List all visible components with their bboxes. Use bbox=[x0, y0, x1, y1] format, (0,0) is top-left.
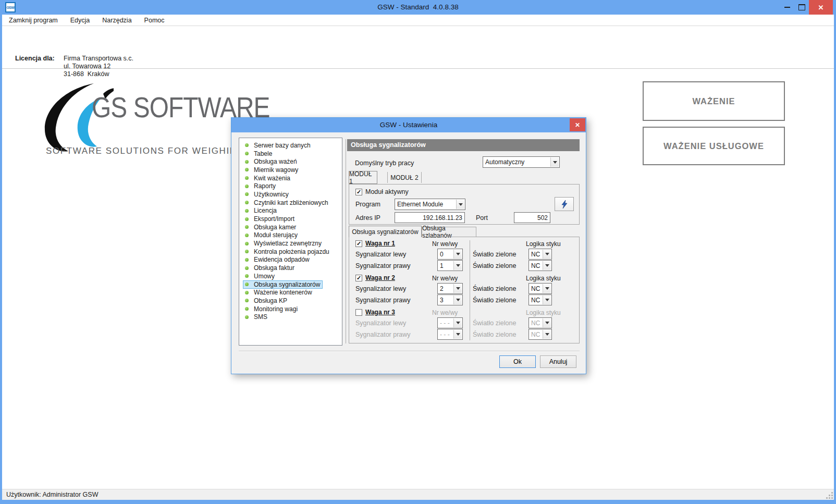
scale-1-left-io-select[interactable]: 0 bbox=[437, 249, 463, 260]
scale-2-right-io-select[interactable]: 3 bbox=[437, 294, 463, 305]
sidebar-item-wazenie-kontenerow[interactable]: Ważenie kontenerów bbox=[239, 288, 342, 297]
window-titlebar[interactable]: GSW GSW - Standard 4.0.8.38 ✕ bbox=[0, 0, 836, 15]
green-dot-icon bbox=[245, 266, 249, 270]
menu-pomoc[interactable]: Pomoc bbox=[144, 17, 165, 24]
connect-lightning-icon bbox=[561, 200, 568, 208]
scale-3-left-io-select[interactable]: - - - bbox=[437, 317, 463, 328]
license-line: ul. Towarowa 12 bbox=[64, 63, 110, 70]
sidebar-item-obsluga-kamer[interactable]: Obsługa kamer bbox=[239, 223, 342, 231]
green-dot-icon bbox=[245, 160, 249, 164]
dialog-close-button[interactable]: ✕ bbox=[570, 118, 585, 131]
col-logic-header: Logika styku bbox=[526, 240, 561, 248]
wazenie-uslugowe-button[interactable]: WAŻENIE USŁUGOWE bbox=[643, 127, 785, 165]
sidebar-item-czytniki-kart[interactable]: Czytniki kart zbliżeniowych bbox=[239, 199, 342, 207]
scale-2-left-logic-select[interactable]: NC bbox=[528, 283, 552, 294]
sidebar-item-monitoring-wagi[interactable]: Monitoring wagi bbox=[239, 305, 342, 313]
green-dot-icon bbox=[245, 217, 249, 221]
port-label: Port bbox=[476, 214, 488, 222]
sidebar-item-miernik-wagowy[interactable]: Miernik wagowy bbox=[239, 166, 342, 174]
scale-2-left-io-select[interactable]: 2 bbox=[437, 283, 463, 294]
license-label: Licencja dla: bbox=[15, 55, 55, 62]
tab-modul-2[interactable]: MODUŁ 2 bbox=[387, 172, 422, 183]
tab-obsluga-sygnalizatorow[interactable]: Obsługa sygnalizatorów bbox=[349, 226, 422, 237]
module-active-label: Moduł aktywny bbox=[365, 188, 409, 195]
panel-header: Obsługa sygnalizatorów bbox=[347, 139, 580, 151]
scale-3-right-logic-select[interactable]: NC bbox=[528, 329, 552, 340]
signals-panel: ✓ Waga nr 1 Nr we/wy Logika styku Sygnal… bbox=[349, 237, 580, 343]
sidebar-item-licencja[interactable]: Licencja bbox=[239, 207, 342, 215]
sidebar-item-umowy[interactable]: Umowy bbox=[239, 272, 342, 280]
menu-edycja[interactable]: Edycja bbox=[70, 17, 90, 24]
menu-narzedzia[interactable]: Narzędzia bbox=[102, 17, 131, 24]
close-button[interactable]: ✕ bbox=[809, 0, 833, 15]
window-border-left bbox=[0, 15, 2, 504]
sidebar-item-wyswietlacz-zewnetrzny[interactable]: Wyświetlacz zewnętrzny bbox=[239, 239, 342, 248]
dialog-titlebar[interactable]: GSW - Ustawienia bbox=[231, 118, 586, 132]
company-logo: GS SOFTWARE SOFTWARE SOLUTIONS FOR WEIGH… bbox=[35, 82, 254, 161]
signal-left-label: Sygnalizator lewy bbox=[355, 319, 406, 327]
close-icon: ✕ bbox=[818, 4, 824, 11]
port-field[interactable]: 502 bbox=[514, 212, 550, 223]
menu-zamknij-program[interactable]: Zamknij program bbox=[9, 17, 58, 24]
minimize-button[interactable] bbox=[780, 0, 794, 15]
sidebar-item-obsluga-faktur[interactable]: Obsługa faktur bbox=[239, 264, 342, 272]
check-icon: ✓ bbox=[356, 189, 361, 195]
tab-obsluga-szlabanow[interactable]: Obsługa szlabanów bbox=[422, 227, 476, 237]
check-icon: ✓ bbox=[356, 275, 361, 281]
sidebar-item-serwer-bazy-danych[interactable]: Serwer bazy danych bbox=[239, 141, 342, 150]
cancel-button[interactable]: Anuluj bbox=[540, 355, 576, 368]
chevron-down-icon bbox=[543, 284, 551, 293]
sidebar-item-kwit-wazenia[interactable]: Kwit ważenia bbox=[239, 174, 342, 182]
ip-field[interactable]: 192.168.11.23 bbox=[395, 212, 465, 223]
green-dot-icon bbox=[245, 185, 249, 188]
sidebar-item-ewidencja-odpadow[interactable]: Ewidencja odpadów bbox=[239, 256, 342, 264]
maximize-button[interactable] bbox=[794, 0, 809, 15]
green-dot-icon bbox=[245, 299, 249, 302]
test-connection-button[interactable] bbox=[555, 197, 574, 211]
scale-1-right-io-select[interactable]: 1 bbox=[437, 260, 463, 271]
scale-1-left-logic-select[interactable]: NC bbox=[528, 249, 552, 260]
green-dot-icon bbox=[245, 225, 249, 229]
scale-2-right-logic-select[interactable]: NC bbox=[528, 294, 552, 305]
chevron-down-icon bbox=[453, 330, 462, 339]
green-dot-icon bbox=[245, 242, 249, 245]
sidebar-item-obsluga-wazen[interactable]: Obsługa ważeń bbox=[239, 157, 342, 166]
scale-2-checkbox[interactable]: ✓ bbox=[355, 275, 362, 281]
scale-1-right-logic-select[interactable]: NC bbox=[528, 260, 552, 271]
scale-3-checkbox[interactable] bbox=[355, 309, 362, 316]
green-dot-icon bbox=[245, 201, 249, 204]
ok-button[interactable]: Ok bbox=[499, 355, 536, 368]
scale-3-right-io-select[interactable]: - - - bbox=[437, 329, 463, 340]
resize-grip[interactable] bbox=[827, 492, 833, 498]
tab-modul-1[interactable]: MODUŁ 1 bbox=[349, 171, 377, 184]
chevron-down-icon bbox=[550, 157, 559, 167]
col-io-header: Nr we/wy bbox=[432, 240, 458, 248]
chevron-down-icon bbox=[453, 318, 462, 327]
scale-1-checkbox[interactable]: ✓ bbox=[355, 240, 362, 247]
program-select[interactable]: Ethernet Module bbox=[395, 199, 465, 210]
sidebar-item-obsluga-sygnalizatorow[interactable]: Obsługa sygnalizatorów bbox=[239, 280, 342, 289]
scale-3-left-logic-select[interactable]: NC bbox=[528, 317, 552, 328]
sidebar-item-kontrola-polozenia[interactable]: Kontrola położenia pojazdu bbox=[239, 248, 342, 256]
close-icon: ✕ bbox=[575, 121, 580, 129]
sidebar-item-obsluga-kp[interactable]: Obsługa KP bbox=[239, 297, 342, 305]
green-dot-icon bbox=[245, 152, 249, 155]
sidebar-item-sms[interactable]: SMS bbox=[239, 313, 342, 321]
program-label: Program bbox=[355, 201, 380, 208]
default-mode-select[interactable]: Automatyczny bbox=[483, 156, 560, 168]
sidebar-item-modul-sterujacy[interactable]: Moduł sterujący bbox=[239, 231, 342, 240]
sidebar-item-raporty[interactable]: Raporty bbox=[239, 182, 342, 190]
column-divider bbox=[470, 240, 470, 340]
chevron-down-icon bbox=[543, 296, 551, 304]
chevron-down-icon bbox=[543, 318, 551, 327]
scale-1-header: ✓ Waga nr 1 bbox=[355, 240, 395, 247]
sidebar-item-tabele[interactable]: Tabele bbox=[239, 150, 342, 158]
wazenie-button[interactable]: WAŻENIE bbox=[643, 81, 785, 121]
green-light-label: Światło zielone bbox=[473, 262, 516, 269]
sidebar-item-eksport-import[interactable]: Eksport/Import bbox=[239, 215, 342, 223]
sidebar-item-uzytkownicy[interactable]: Użytkownicy bbox=[239, 190, 342, 199]
settings-dialog: GSW - Ustawienia ✕ Serwer bazy danych Ta… bbox=[231, 117, 586, 374]
chevron-down-icon bbox=[453, 284, 462, 293]
green-light-label: Światło zielone bbox=[473, 297, 516, 304]
module-active-checkbox[interactable]: ✓ bbox=[355, 189, 362, 195]
